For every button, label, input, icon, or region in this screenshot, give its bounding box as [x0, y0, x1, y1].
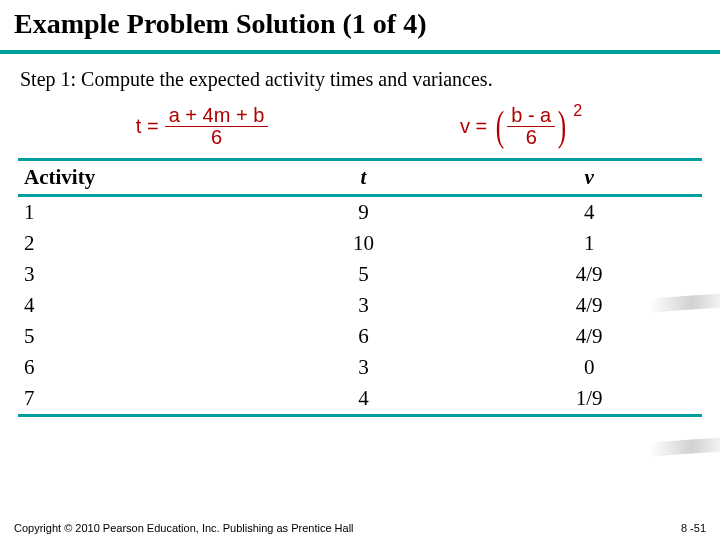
table-row: 2101 — [18, 228, 702, 259]
formula-t-num: a + 4m + b — [165, 105, 269, 127]
footer: Copyright © 2010 Pearson Education, Inc.… — [0, 522, 720, 534]
cell-t: 3 — [251, 290, 477, 321]
formula-v-lhs: v = — [460, 115, 487, 138]
cell-t: 3 — [251, 352, 477, 383]
cell-t: 4 — [251, 383, 477, 416]
right-paren-icon: ) — [558, 110, 566, 144]
formula-v: v = ( b - a 6 ) 2 — [460, 105, 584, 148]
formula-t-den: 6 — [207, 127, 226, 148]
cell-activity: 1 — [18, 196, 251, 229]
cell-t: 10 — [251, 228, 477, 259]
cell-t: 6 — [251, 321, 477, 352]
formula-v-exp: 2 — [573, 102, 582, 120]
table-row: 194 — [18, 196, 702, 229]
formula-v-den: 6 — [522, 127, 541, 148]
formula-row: t = a + 4m + b 6 v = ( b - a 6 ) 2 — [0, 101, 720, 158]
cell-t: 5 — [251, 259, 477, 290]
left-paren-icon: ( — [496, 110, 504, 144]
col-activity: Activity — [18, 160, 251, 196]
cell-v: 1 — [476, 228, 702, 259]
page-number: 8 -51 — [681, 522, 706, 534]
data-table: Activity t v 1942101354/9434/9564/963074… — [18, 158, 702, 417]
table-row: 741/9 — [18, 383, 702, 416]
formula-v-frac: b - a 6 — [507, 105, 555, 148]
table-header-row: Activity t v — [18, 160, 702, 196]
col-t: t — [251, 160, 477, 196]
cell-activity: 3 — [18, 259, 251, 290]
decorative-wedge — [650, 438, 720, 457]
step-text: Step 1: Compute the expected activity ti… — [0, 54, 720, 101]
copyright-text: Copyright © 2010 Pearson Education, Inc.… — [14, 522, 354, 534]
page-title: Example Problem Solution (1 of 4) — [0, 0, 720, 44]
cell-v: 1/9 — [476, 383, 702, 416]
table-row: 434/9 — [18, 290, 702, 321]
formula-t-frac: a + 4m + b 6 — [165, 105, 269, 148]
cell-v: 4 — [476, 196, 702, 229]
cell-v: 4/9 — [476, 321, 702, 352]
formula-v-num: b - a — [507, 105, 555, 127]
cell-v: 0 — [476, 352, 702, 383]
cell-t: 9 — [251, 196, 477, 229]
cell-activity: 2 — [18, 228, 251, 259]
cell-activity: 5 — [18, 321, 251, 352]
table-row: 630 — [18, 352, 702, 383]
data-table-wrap: Activity t v 1942101354/9434/9564/963074… — [0, 158, 720, 417]
cell-activity: 6 — [18, 352, 251, 383]
table-row: 354/9 — [18, 259, 702, 290]
cell-activity: 7 — [18, 383, 251, 416]
formula-t-lhs: t = — [136, 115, 159, 138]
table-body: 1942101354/9434/9564/9630741/9 — [18, 196, 702, 416]
formula-v-paren: ( b - a 6 ) — [493, 105, 569, 148]
formula-t: t = a + 4m + b 6 — [136, 105, 268, 148]
cell-v: 4/9 — [476, 259, 702, 290]
col-v: v — [476, 160, 702, 196]
table-row: 564/9 — [18, 321, 702, 352]
cell-activity: 4 — [18, 290, 251, 321]
